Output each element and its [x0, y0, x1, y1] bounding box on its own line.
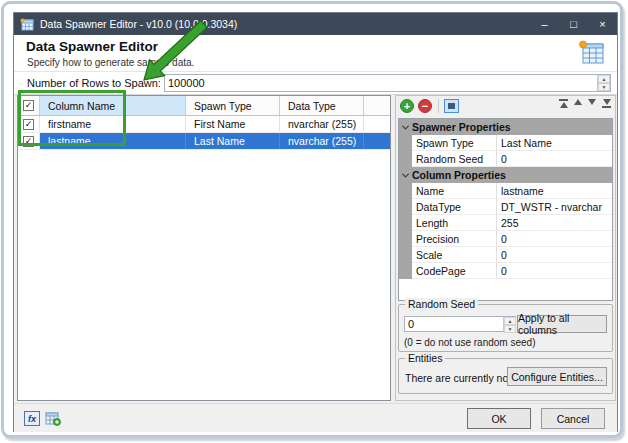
move-to-top-button[interactable]: [559, 99, 568, 108]
spawner-table-icon: [578, 40, 605, 69]
collapse-chevron-icon[interactable]: [399, 173, 412, 178]
maximize-button[interactable]: □: [559, 13, 588, 35]
property-value[interactable]: lastname: [497, 183, 612, 199]
empty-cell: [364, 133, 390, 149]
rows-to-spawn-label: Number of Rows to Spawn:: [27, 77, 161, 89]
property-row-scale: Scale 0: [399, 247, 612, 263]
add-column-button[interactable]: +: [400, 99, 414, 113]
spawn-type-cell[interactable]: First Name: [186, 116, 280, 132]
rows-spinner[interactable]: ▲ ▼: [597, 75, 610, 91]
page-title: Data Spawner Editor: [26, 39, 158, 54]
dialog-header: Data Spawner Editor Specify how to gener…: [14, 35, 617, 71]
toolbar-separator: [438, 99, 439, 113]
apply-to-all-columns-button[interactable]: Apply to all columns: [517, 315, 607, 333]
move-up-button[interactable]: [574, 99, 582, 108]
select-all-checkbox-cell[interactable]: ✓: [18, 96, 40, 115]
property-name: Random Seed: [412, 151, 497, 167]
collapse-chevron-icon[interactable]: [399, 125, 412, 130]
property-name: DataType: [412, 199, 497, 215]
ok-button[interactable]: OK: [467, 408, 531, 429]
data-spawner-editor-dialog: Data Spawner Editor - v10.0 (10.0.0.3034…: [13, 12, 618, 432]
entities-title: Entities: [405, 352, 445, 364]
category-label: Column Properties: [412, 169, 506, 181]
property-grid: Spawner Properties Spawn Type Last Name …: [398, 118, 613, 301]
property-row-random-seed: Random Seed 0: [399, 151, 612, 167]
bottom-bar: fx OK Cancel: [14, 403, 617, 432]
random-seed-title: Random Seed: [405, 298, 478, 310]
row-checkbox[interactable]: ✓: [23, 119, 34, 130]
title-bar[interactable]: Data Spawner Editor - v10.0 (10.0.0.3034…: [14, 13, 617, 35]
close-button[interactable]: ×: [588, 13, 617, 35]
property-value[interactable]: 255: [497, 215, 612, 231]
property-row-spawn-type: Spawn Type Last Name: [399, 135, 612, 151]
spawn-type-cell[interactable]: Last Name: [186, 133, 280, 149]
screenshot-frame: Data Spawner Editor - v10.0 (10.0.0.3034…: [1, 1, 623, 438]
fx-expression-icon[interactable]: fx: [24, 411, 40, 426]
column-name-cell[interactable]: lastname: [40, 133, 186, 149]
row-checkbox-cell[interactable]: ✓: [18, 116, 40, 132]
window-controls: – □ ×: [530, 13, 617, 35]
spawn-type-header[interactable]: Spawn Type: [186, 96, 280, 115]
app-icon: [20, 18, 34, 31]
grid-row-firstname[interactable]: ✓ firstname First Name nvarchar (255): [18, 116, 390, 133]
rows-to-spawn-input[interactable]: [164, 74, 611, 92]
property-value[interactable]: 0: [497, 151, 612, 167]
data-type-cell[interactable]: nvarchar (255): [280, 116, 364, 132]
column-name-cell[interactable]: firstname: [40, 116, 186, 132]
property-name: Scale: [412, 247, 497, 263]
property-name: Precision: [412, 231, 497, 247]
random-seed-input[interactable]: [404, 316, 516, 332]
spinner-down-icon[interactable]: ▼: [598, 83, 610, 91]
property-row-length: Length 255: [399, 215, 612, 231]
preview-icon[interactable]: [444, 99, 459, 113]
move-down-button[interactable]: [588, 99, 596, 108]
cancel-button[interactable]: Cancel: [541, 408, 605, 429]
remove-column-button[interactable]: −: [418, 99, 432, 113]
property-row-codepage: CodePage 0: [399, 263, 612, 279]
properties-panel: + − Spawner Properties Spawn: [395, 95, 616, 401]
empty-header-cell: [364, 96, 390, 115]
data-type-cell[interactable]: nvarchar (255): [280, 133, 364, 149]
property-row-precision: Precision 0: [399, 231, 612, 247]
random-seed-hint: (0 = do not use random seed): [404, 337, 535, 348]
spinner-up-icon[interactable]: ▲: [504, 317, 516, 325]
category-label: Spawner Properties: [412, 121, 511, 133]
rows-to-spawn-bar: Number of Rows to Spawn: ▲ ▼: [14, 71, 617, 95]
empty-cell: [364, 116, 390, 132]
reorder-buttons: [559, 99, 611, 108]
move-to-bottom-button[interactable]: [602, 99, 611, 108]
property-value[interactable]: DT_WSTR - nvarchar: [497, 199, 612, 215]
minimize-button[interactable]: –: [530, 13, 559, 35]
random-seed-groupbox: Random Seed ▲ ▼ Apply to all columns (0 …: [398, 304, 613, 352]
configure-entities-button[interactable]: Configure Entities...: [507, 367, 607, 386]
columns-grid: ✓ Column Name Spawn Type Data Type ✓ fir…: [17, 95, 391, 401]
column-name-header[interactable]: Column Name: [40, 96, 186, 115]
data-type-header[interactable]: Data Type: [280, 96, 364, 115]
table-add-icon[interactable]: [45, 411, 61, 426]
property-value[interactable]: 0: [497, 263, 612, 279]
spinner-down-icon[interactable]: ▼: [504, 325, 516, 333]
entities-groupbox: Entities There are currently no entities…: [398, 358, 613, 394]
window-title: Data Spawner Editor - v10.0 (10.0.0.3034…: [40, 18, 237, 30]
row-checkbox-cell[interactable]: ✓: [18, 133, 40, 149]
property-value[interactable]: 0: [497, 231, 612, 247]
category-spawner-properties[interactable]: Spawner Properties: [399, 119, 612, 135]
property-value[interactable]: 0: [497, 247, 612, 263]
properties-toolbar: + −: [396, 96, 615, 116]
grid-header-row: ✓ Column Name Spawn Type Data Type: [18, 96, 390, 116]
property-value[interactable]: Last Name: [497, 135, 612, 151]
grid-row-lastname-selected[interactable]: ✓ lastname Last Name nvarchar (255): [18, 133, 390, 150]
property-name: CodePage: [412, 263, 497, 279]
category-column-properties[interactable]: Column Properties: [399, 167, 612, 183]
page-subtitle: Specify how to generate sample data.: [27, 57, 194, 68]
select-all-checkbox[interactable]: ✓: [23, 100, 34, 111]
spinner-up-icon[interactable]: ▲: [598, 75, 610, 83]
property-name: Name: [412, 183, 497, 199]
random-seed-spinner[interactable]: ▲ ▼: [503, 317, 516, 331]
property-row-datatype: DataType DT_WSTR - nvarchar: [399, 199, 612, 215]
property-name: Spawn Type: [412, 135, 497, 151]
property-row-name: Name lastname: [399, 183, 612, 199]
property-name: Length: [412, 215, 497, 231]
row-checkbox[interactable]: ✓: [23, 136, 34, 147]
